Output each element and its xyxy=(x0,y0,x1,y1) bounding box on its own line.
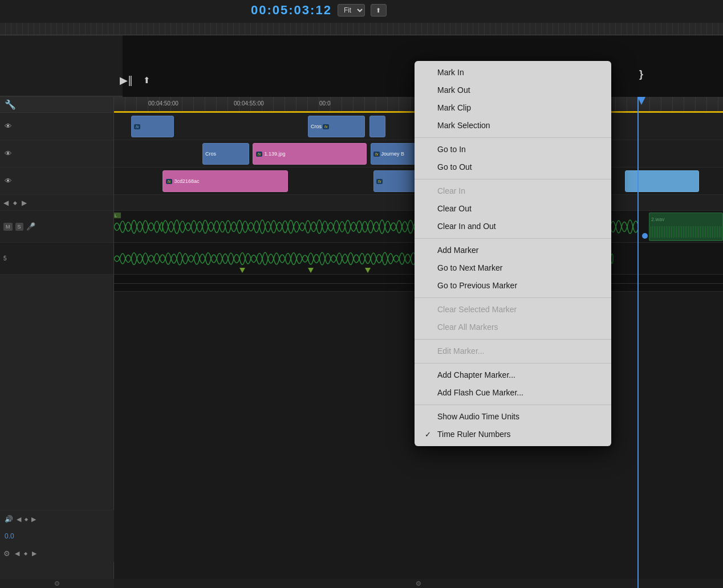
settings-audio-btn[interactable]: ⚙ xyxy=(3,549,10,558)
menu-item-mark-in[interactable]: Mark In xyxy=(415,64,611,81)
bottom-scroll xyxy=(0,579,114,588)
bottom-audio-controls: 🔊 ◀ ◆ ▶ 0.0 ⚙ ◀ ◆ ▶ xyxy=(0,510,114,562)
menu-item-mark-clip[interactable]: Mark Clip xyxy=(415,99,611,117)
export-button[interactable]: ⬆ xyxy=(371,4,387,17)
keyframe-dot-a1[interactable] xyxy=(642,233,648,239)
menu-item-clear-selected-marker[interactable]: Clear Selected Marker xyxy=(415,301,611,318)
track-control-a1: M S 🎤 xyxy=(0,211,113,243)
marker-arrow-3 xyxy=(365,268,371,273)
clip-v3-1[interactable]: fx xyxy=(131,116,174,137)
prev-vol-btn[interactable]: ◀ xyxy=(17,516,21,523)
track-number-a2: 5 xyxy=(3,255,7,262)
next-frame-btn[interactable]: ▶ xyxy=(32,550,36,557)
solo-btn-a1[interactable]: S xyxy=(15,223,23,231)
track-control-v3: 👁 xyxy=(0,113,113,140)
mic-icon-a1: 🎤 xyxy=(26,222,35,231)
menu-item-clear-all-markers[interactable]: Clear All Markers xyxy=(415,318,611,336)
next-vol-btn[interactable]: ▶ xyxy=(31,516,36,523)
menu-separator-7 xyxy=(415,405,611,405)
next-audio-btn[interactable]: ▶ xyxy=(22,199,27,207)
menu-separator-5 xyxy=(415,339,611,340)
vol-diamond[interactable]: ◆ xyxy=(25,517,28,522)
menu-item-add-flash-cue-marker[interactable]: Add Flash Cue Marker... xyxy=(415,384,611,402)
menu-separator-2 xyxy=(415,179,611,179)
diamond-audio[interactable]: ◆ xyxy=(13,200,17,206)
track-control-v1: 👁 xyxy=(0,168,113,195)
svg-text:L: L xyxy=(115,214,117,218)
fit-dropdown[interactable]: Fit xyxy=(338,4,365,17)
ruler-label-3: 00:0 xyxy=(319,100,330,107)
context-menu: Mark In Mark Out Mark Clip Mark Selectio… xyxy=(415,61,611,446)
eye-icon-v3[interactable]: 👁 xyxy=(5,122,12,130)
marker-arrow-2 xyxy=(308,268,314,273)
prev-audio-btn[interactable]: ◀ xyxy=(3,199,9,207)
clip-v2-2[interactable]: fx 1.139.jpg xyxy=(253,143,367,165)
menu-separator-1 xyxy=(415,137,611,138)
tracks-scroll-bar[interactable] xyxy=(114,579,723,588)
track-control-v2: 👁 xyxy=(0,140,113,168)
ruler-label-1: 00:04:50:00 xyxy=(148,100,178,107)
marker-arrow-1 xyxy=(239,268,245,273)
clip-v3-3[interactable] xyxy=(369,116,385,137)
clip-v1-3[interactable] xyxy=(625,170,699,192)
audio-clip-a1-right[interactable]: 2.wav xyxy=(649,213,723,241)
clip-v3-2[interactable]: Cros fx xyxy=(308,116,365,137)
menu-separator-4 xyxy=(415,297,611,298)
menu-item-edit-marker[interactable]: Edit Marker... xyxy=(415,342,611,360)
menu-item-go-next-marker[interactable]: Go to Next Marker xyxy=(415,259,611,277)
main-playhead xyxy=(637,97,639,588)
menu-item-go-to-in[interactable]: Go to In xyxy=(415,141,611,158)
eye-icon-v2[interactable]: 👁 xyxy=(5,149,12,158)
menu-item-add-marker[interactable]: Add Marker xyxy=(415,242,611,259)
clip-v2-1[interactable]: Cros xyxy=(202,143,249,165)
menu-item-go-to-out[interactable]: Go to Out xyxy=(415,158,611,176)
clip-v1-1[interactable]: fx 3cd2168ac xyxy=(163,170,288,192)
eye-icon-v1[interactable]: 👁 xyxy=(5,177,12,185)
menu-item-mark-out[interactable]: Mark Out xyxy=(415,81,611,99)
menu-item-add-chapter-marker[interactable]: Add Chapter Marker... xyxy=(415,366,611,384)
speaker-icon: 🔊 xyxy=(5,515,13,523)
timecode-display[interactable]: 00:05:03:12 xyxy=(251,3,332,18)
play-transport-icon[interactable]: ▶‖ xyxy=(120,74,133,87)
menu-item-go-prev-marker[interactable]: Go to Previous Marker xyxy=(415,277,611,295)
wrench-icon[interactable]: 🔧 xyxy=(5,99,16,110)
mute-btn-a1[interactable]: M xyxy=(3,223,13,231)
menu-item-show-audio-time-units[interactable]: Show Audio Time Units xyxy=(415,408,611,426)
track-control-a2: 5 xyxy=(0,243,113,275)
left-panel: 🔧 👁 👁 👁 ◀ ◆ ▶ M S 🎤 5 🔊 ◀ ◆ ▶ 0.0 xyxy=(0,97,114,588)
menu-item-clear-in[interactable]: Clear In xyxy=(415,182,611,200)
prev-frame-btn[interactable]: ◀ xyxy=(15,550,19,557)
menu-item-clear-out[interactable]: Clear Out xyxy=(415,200,611,218)
time-ruler-checkmark: ✓ xyxy=(425,429,433,440)
menu-item-clear-in-and-out[interactable]: Clear In and Out xyxy=(415,218,611,235)
menu-separator-6 xyxy=(415,363,611,364)
ruler-label-2: 00:04:55:00 xyxy=(234,100,264,107)
menu-separator-3 xyxy=(415,238,611,239)
volume-value[interactable]: 0.0 xyxy=(5,532,14,540)
menu-item-mark-selection[interactable]: Mark Selection xyxy=(415,117,611,134)
audio-nav-row: ◀ ◆ ▶ xyxy=(0,195,113,211)
menu-item-time-ruler-numbers[interactable]: ✓ Time Ruler Numbers xyxy=(415,426,611,443)
export-transport-icon[interactable]: ⬆ xyxy=(143,75,151,85)
center-diamond-btn[interactable]: ◆ xyxy=(24,551,27,556)
